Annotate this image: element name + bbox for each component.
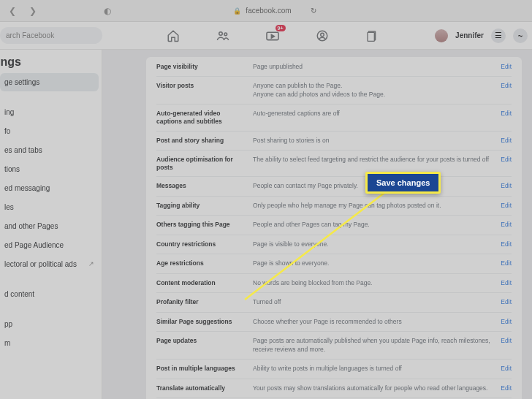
forward-button[interactable]: ❯ — [28, 6, 38, 16]
edit-link[interactable]: Edit — [501, 156, 512, 163]
setting-label: Similar Page suggestions — [156, 318, 253, 326]
avatar[interactable] — [435, 29, 448, 42]
settings-row: Page updatesPage posts are automatically… — [156, 332, 512, 360]
setting-value: Choose whether your Page is recommended … — [253, 318, 495, 326]
edit-link[interactable]: Edit — [501, 182, 512, 189]
edit-link[interactable]: Edit — [501, 240, 512, 248]
sidebar-item[interactable]: d content — [0, 285, 99, 303]
sidebar-item[interactable] — [0, 304, 99, 314]
sidebar: ings ge settings ing fo es and tabs tion… — [0, 50, 102, 399]
shield-icon[interactable]: ◐ — [102, 6, 113, 16]
edit-link[interactable]: Edit — [501, 318, 512, 325]
edit-link[interactable]: Edit — [501, 298, 512, 305]
back-button[interactable]: ❮ — [7, 6, 18, 16]
callout-arrow — [241, 186, 395, 303]
setting-label: Page visibility — [156, 63, 253, 71]
url-host: facebook.com — [246, 7, 291, 15]
settings-row: Page visibilityPage unpublishedEdit — [156, 58, 512, 77]
setting-label: Audience optimisation for posts — [156, 156, 253, 171]
watch-icon[interactable]: 9+ — [265, 28, 280, 43]
sidebar-item[interactable]: tions — [0, 160, 99, 178]
setting-label: Messages — [156, 182, 253, 190]
settings-row: Post and story sharingPost sharing to st… — [156, 132, 512, 151]
sidebar-item[interactable]: fo — [0, 122, 99, 140]
sidebar-item[interactable]: ing — [0, 103, 99, 121]
svg-rect-6 — [368, 32, 374, 41]
setting-label: Age restrictions — [156, 259, 253, 267]
setting-label: Post and story sharing — [156, 137, 253, 145]
friends-icon[interactable] — [216, 28, 230, 43]
sidebar-item[interactable]: lectoral or political ads↗ — [0, 255, 99, 273]
notif-badge: 9+ — [276, 25, 286, 31]
address-bar[interactable]: 🔒 facebook.com ↻ — [123, 7, 427, 15]
sidebar-item[interactable] — [0, 92, 99, 102]
messenger-icon[interactable]: ~ — [513, 28, 528, 43]
setting-value: Page posts are automatically published w… — [253, 337, 495, 354]
edit-link[interactable]: Edit — [501, 279, 512, 286]
sidebar-item[interactable]: ed messaging — [0, 179, 99, 197]
sidebar-item[interactable]: pp — [0, 315, 99, 333]
setting-value: Post sharing to stories is on — [253, 137, 495, 145]
lock-icon: 🔒 — [233, 7, 241, 15]
sidebar-item[interactable] — [0, 274, 99, 284]
edit-link[interactable]: Edit — [501, 63, 512, 70]
edit-link[interactable]: Edit — [501, 137, 512, 144]
callout-save-changes: Save changes — [365, 172, 441, 194]
setting-label: Post in multiple languages — [156, 365, 253, 373]
groups-icon[interactable] — [315, 28, 330, 43]
setting-label: Others tagging this Page — [156, 221, 253, 229]
settings-row: Visitor postsAnyone can publish to the P… — [156, 77, 512, 104]
settings-row: Translate automaticallyYour posts may sh… — [156, 379, 512, 398]
username[interactable]: Jennifer — [455, 31, 484, 39]
setting-label: Tagging ability — [156, 202, 253, 210]
edit-link[interactable]: Edit — [501, 221, 512, 228]
setting-label: Page updates — [156, 337, 253, 345]
setting-value: The ability to select feed targeting and… — [253, 156, 495, 164]
setting-label: Content moderation — [156, 279, 253, 287]
edit-link[interactable]: Edit — [501, 384, 512, 392]
sidebar-item[interactable]: ge settings — [0, 73, 99, 91]
setting-label: Profanity filter — [156, 298, 253, 306]
setting-value: Auto-generated captions are off — [253, 110, 495, 118]
settings-row: Post in multiple languagesAbility to wri… — [156, 360, 512, 379]
external-link-icon: ↗ — [88, 260, 94, 267]
sidebar-item[interactable]: ed Page Audience — [0, 236, 99, 254]
setting-value: Page unpublished — [253, 63, 495, 71]
edit-link[interactable]: Edit — [501, 259, 512, 267]
sidebar-item[interactable]: m — [0, 334, 99, 352]
menu-grid-icon[interactable]: ☰ — [491, 28, 506, 43]
setting-value: Your posts may show translations automat… — [253, 384, 495, 392]
settings-row: Audience optimisation for postsThe abili… — [156, 151, 512, 177]
page-title: ings — [0, 54, 102, 73]
home-icon[interactable] — [166, 28, 180, 43]
svg-point-1 — [224, 32, 227, 35]
setting-value: Ability to write posts in multiple langu… — [253, 365, 495, 373]
edit-link[interactable]: Edit — [501, 110, 512, 117]
sidebar-item[interactable]: and other Pages — [0, 217, 99, 235]
browser-toolbar: ❮ ❯ ◐ 🔒 facebook.com ↻ — [0, 0, 532, 22]
settings-row: Auto-generated video captions and subtit… — [156, 104, 512, 131]
setting-label: Visitor posts — [156, 82, 253, 90]
edit-link[interactable]: Edit — [501, 365, 512, 372]
sidebar-item[interactable]: es and tabs — [0, 141, 99, 159]
edit-link[interactable]: Edit — [501, 202, 512, 209]
pages-icon[interactable] — [365, 28, 379, 43]
setting-label: Auto-generated video captions and subtit… — [156, 110, 253, 125]
svg-point-0 — [218, 31, 222, 35]
settings-row: Similar Page suggestionsChoose whether y… — [156, 313, 512, 332]
svg-point-4 — [320, 33, 324, 37]
setting-label: Translate automatically — [156, 384, 253, 392]
edit-link[interactable]: Edit — [501, 82, 512, 89]
reload-icon[interactable]: ↻ — [311, 7, 316, 15]
edit-link[interactable]: Edit — [501, 337, 512, 344]
svg-line-7 — [245, 188, 391, 300]
setting-label: Country restrictions — [156, 240, 253, 248]
sidebar-item[interactable]: les — [0, 198, 99, 216]
setting-value: Anyone can publish to the Page.Anyone ca… — [253, 82, 495, 99]
search-input[interactable]: arch Facebook — [0, 27, 102, 44]
app-topnav: arch Facebook 9+ Jennifer ☰ ~ — [0, 22, 532, 50]
